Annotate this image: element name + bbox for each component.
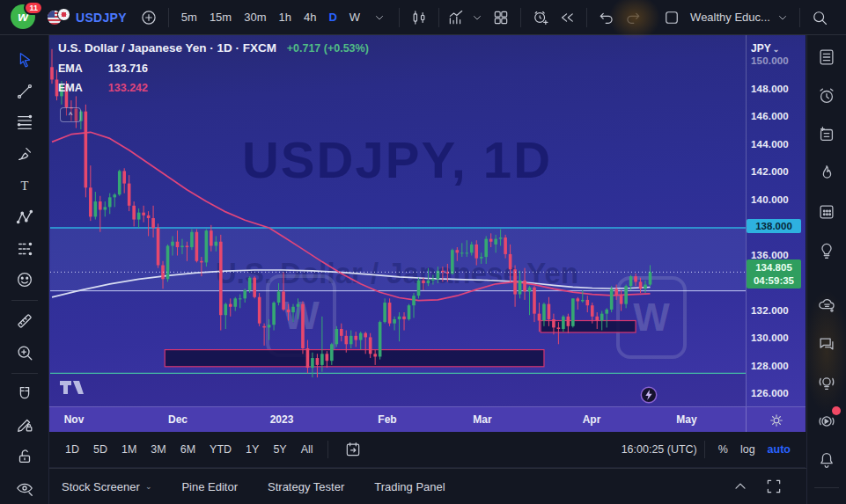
candle-body xyxy=(229,304,232,307)
save-layout-checkbox[interactable] xyxy=(658,4,685,32)
layout-grid-button[interactable] xyxy=(488,4,514,32)
measure-tool[interactable] xyxy=(8,305,41,337)
bar-replay-button[interactable] xyxy=(554,4,580,32)
symbol-compare-button[interactable] xyxy=(136,4,162,32)
ideas-button[interactable] xyxy=(811,237,842,264)
undo-button[interactable] xyxy=(593,4,620,32)
zoom-in-tool[interactable] xyxy=(8,337,41,369)
hotlists-button[interactable] xyxy=(811,160,842,186)
price-tick: 144.000 xyxy=(751,139,789,150)
clock[interactable]: 16:00:25 (UTC) xyxy=(622,443,697,456)
candle-body xyxy=(297,304,300,307)
candle-body xyxy=(344,336,348,344)
footer-tab-trading-panel[interactable]: Trading Panel xyxy=(374,480,445,493)
price-scale[interactable]: JPY⌄ 150.000148.000146.000144.000142.000… xyxy=(747,35,806,406)
right-sidebar xyxy=(806,35,846,504)
candle-body xyxy=(132,206,136,220)
auto-scale-button[interactable]: auto xyxy=(761,441,797,458)
hide-drawings-button[interactable] xyxy=(8,472,41,504)
emoji-tool[interactable] xyxy=(8,264,41,296)
range-button-YTD[interactable]: YTD xyxy=(202,440,239,459)
log-scale-button[interactable]: log xyxy=(734,441,761,458)
alert-price-label[interactable]: 138.000 xyxy=(747,219,801,233)
last-price-label[interactable]: 134.805 04:59:35 xyxy=(747,259,801,289)
candle-body xyxy=(484,239,488,257)
range-button-6M[interactable]: 6M xyxy=(173,440,202,459)
range-button-3M[interactable]: 3M xyxy=(143,440,173,459)
interval-button-W[interactable]: W xyxy=(343,4,366,31)
interval-button-1h[interactable]: 1h xyxy=(272,4,297,31)
candle-body xyxy=(142,213,145,215)
indicators-button[interactable] xyxy=(445,4,488,32)
lightning-badge-icon[interactable] xyxy=(639,385,658,405)
magnet-mode-button[interactable] xyxy=(8,378,41,410)
quick-search-button[interactable] xyxy=(806,4,833,32)
interval-button-4h[interactable]: 4h xyxy=(298,4,322,31)
range-button-5Y[interactable]: 5Y xyxy=(266,440,293,459)
time-axis[interactable]: NovDec2023FebMarAprMay xyxy=(49,406,806,433)
chat-button[interactable] xyxy=(811,331,842,357)
public-chats-button[interactable] xyxy=(811,369,842,396)
redo-button[interactable] xyxy=(620,4,646,32)
footer-tab-stock-screener[interactable]: Stock Screener⌄ xyxy=(62,480,151,493)
chevron-down-icon xyxy=(369,7,390,28)
interval-menu-button[interactable] xyxy=(366,4,393,32)
cursor-tool[interactable] xyxy=(8,44,41,76)
notifications-button[interactable] xyxy=(811,447,842,473)
footer-tab-pine-editor[interactable]: Pine Editor xyxy=(181,480,238,493)
chart-pane[interactable]: USDJPY, 1D U.S. Dollar / Japanese Yen W … xyxy=(49,35,806,406)
go-to-date-button[interactable] xyxy=(335,435,371,464)
stay-in-drawing-mode-button[interactable] xyxy=(8,410,41,442)
forecast-tool[interactable] xyxy=(8,233,41,265)
range-button-5D[interactable]: 5D xyxy=(86,440,114,459)
candle-body xyxy=(282,291,285,309)
percent-scale-button[interactable]: % xyxy=(712,441,734,458)
trend-line-tool[interactable] xyxy=(8,76,41,107)
layout-name-button[interactable]: Wealthy Educ... xyxy=(685,4,793,32)
candle-body xyxy=(417,281,421,296)
footer-tab-strategy-tester[interactable]: Strategy Tester xyxy=(268,480,344,493)
candle-body xyxy=(513,269,517,294)
candle-body xyxy=(195,232,199,261)
minds-button[interactable] xyxy=(811,292,842,318)
alerts-button[interactable] xyxy=(811,83,842,109)
range-button-All[interactable]: All xyxy=(294,440,320,459)
price-tick: 130.000 xyxy=(751,332,789,343)
lock-drawings-button[interactable] xyxy=(8,441,41,472)
calendar-button[interactable] xyxy=(811,199,842,225)
time-axis-settings[interactable] xyxy=(746,407,806,433)
panel-expand-icon[interactable] xyxy=(730,476,751,497)
interval-button-15m[interactable]: 15m xyxy=(203,4,238,31)
currency-selector[interactable]: JPY⌄ xyxy=(751,42,779,55)
chart-style-button[interactable] xyxy=(406,4,432,32)
xabcd-pattern-tool[interactable] xyxy=(8,201,41,233)
symbol-button[interactable]: USDJPY xyxy=(44,4,136,32)
streams-button[interactable] xyxy=(811,408,842,435)
candle-body xyxy=(605,310,608,314)
text-tool[interactable]: T xyxy=(8,170,41,201)
range-button-1D[interactable]: 1D xyxy=(58,440,86,459)
fib-retracement-tool[interactable] xyxy=(8,107,41,139)
tradingview-logo[interactable] xyxy=(59,378,89,396)
create-alert-button[interactable] xyxy=(527,4,554,32)
chart-title[interactable]: U.S. Dollar / Japanese Yen · 1D · FXCM xyxy=(58,41,276,55)
interval-button-5m[interactable]: 5m xyxy=(175,4,203,31)
chevron-down-icon xyxy=(467,7,488,28)
ema-legend-row[interactable]: EMA 133.716 xyxy=(58,63,369,75)
range-button-1Y[interactable]: 1Y xyxy=(239,440,266,459)
fullscreen-icon[interactable] xyxy=(763,476,784,497)
price-chart[interactable] xyxy=(50,42,746,406)
headlines-button[interactable] xyxy=(811,121,842,148)
watchlist-button[interactable] xyxy=(811,44,842,70)
ema-legend-row[interactable]: EMA 133.242 xyxy=(58,83,369,94)
legend-collapse-button[interactable]: ^ xyxy=(60,107,81,122)
account-logo[interactable]: w 11 xyxy=(11,4,37,31)
candle-body xyxy=(460,252,464,253)
drawing-rectangle[interactable] xyxy=(165,350,544,367)
candle-body xyxy=(528,288,532,292)
interval-button-D[interactable]: D xyxy=(322,4,342,31)
last-price-value: 134.805 xyxy=(747,261,801,274)
range-button-1M[interactable]: 1M xyxy=(114,440,143,459)
interval-button-30m[interactable]: 30m xyxy=(238,4,272,31)
brush-tool[interactable] xyxy=(8,138,41,170)
